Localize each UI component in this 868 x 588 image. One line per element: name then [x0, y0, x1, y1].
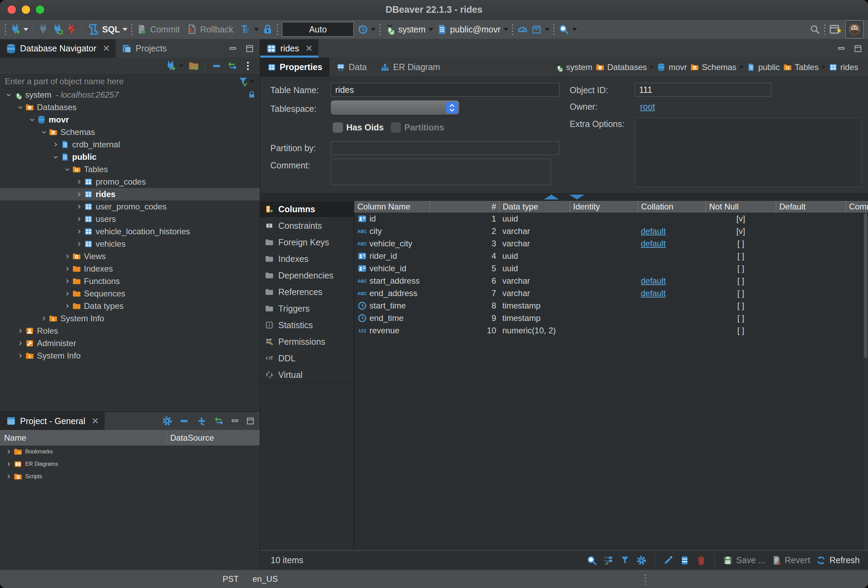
column-row-city[interactable]: ABCcity2varchardefault[v] [354, 225, 868, 237]
view-menu-icon[interactable] [242, 60, 254, 71]
transaction-log-button[interactable] [240, 24, 259, 35]
column-header-name[interactable]: Name [0, 433, 167, 443]
dashboard-gauge-icon[interactable] [517, 24, 528, 35]
lock-icon[interactable] [262, 24, 273, 35]
object-tab-dependencies[interactable]: Dependencies [260, 267, 354, 284]
tree-item-tables[interactable]: Tables [0, 163, 260, 175]
column-row-start-time[interactable]: start_time8timestamp[ ] [354, 299, 868, 312]
chevron-right-icon[interactable] [75, 240, 83, 248]
minimize-view-icon[interactable] [229, 44, 238, 53]
locale-indicator[interactable]: en_US [249, 570, 282, 588]
tree-item-system[interactable]: system - localhost:26257 [0, 89, 260, 101]
reconnect-icon[interactable] [52, 24, 63, 35]
search-icon[interactable] [586, 555, 597, 566]
refresh-button[interactable]: Refresh [815, 555, 860, 566]
new-connection-button[interactable] [165, 60, 184, 71]
minimize-view-icon[interactable] [837, 44, 846, 53]
object-tab-ddl[interactable]: TDDL [260, 350, 354, 367]
save-button[interactable]: Save ... [722, 555, 765, 566]
tree-item-system-info[interactable]: System Info [0, 349, 260, 362]
grid-header-not-null[interactable]: Not Null [706, 201, 776, 212]
user-avatar[interactable] [845, 20, 864, 39]
chevron-down-icon[interactable] [63, 166, 71, 173]
tree-item-indexes[interactable]: Indexes [0, 262, 260, 275]
breadcrumb-rides[interactable]: rides [829, 62, 858, 72]
object-tab-foreign-keys[interactable]: Foreign Keys [260, 234, 354, 251]
splitter-sash[interactable] [260, 193, 868, 201]
object-tab-triggers[interactable]: Triggers [260, 300, 354, 317]
configure-columns-icon[interactable] [603, 555, 614, 566]
tree-item-views[interactable]: Views [0, 250, 260, 262]
tree-item-data-types[interactable]: Data types [0, 300, 260, 312]
toolbar-drag-handle[interactable] [553, 24, 555, 35]
chevron-down-icon[interactable] [40, 128, 48, 136]
chevron-right-icon[interactable] [16, 340, 25, 347]
tree-item-crdb-internal[interactable]: crdb_internal [0, 139, 260, 151]
tree-item-databases[interactable]: Databases [0, 101, 260, 113]
toolbar-drag-handle[interactable] [511, 24, 514, 35]
tree-item-administer[interactable]: Administer [0, 337, 260, 349]
collapse-up-icon[interactable] [544, 195, 559, 199]
collapse-all-icon[interactable] [211, 60, 222, 71]
commit-button[interactable]: Commit [136, 24, 180, 35]
column-row-rider-id[interactable]: rider_id4uuid[ ] [354, 250, 868, 262]
tab-project-general[interactable]: Project - General ✕ [0, 412, 105, 430]
link-with-editor-icon[interactable] [213, 416, 224, 426]
tree-item-movr[interactable]: movr [0, 113, 260, 126]
expand-all-icon[interactable] [196, 416, 207, 426]
chevron-right-icon[interactable] [4, 473, 13, 480]
subtab-er-diagram[interactable]: ER Diagram [373, 57, 447, 77]
tab-projects[interactable]: Projects [116, 39, 172, 57]
has-oids-checkbox[interactable] [333, 122, 343, 133]
tree-item-public[interactable]: public [0, 151, 260, 163]
tree-item-vehicles[interactable]: vehicles [0, 238, 260, 250]
partitions-checkbox[interactable] [391, 122, 401, 133]
grid-header-column-name[interactable]: Column Name [354, 201, 430, 212]
tree-item-schemas[interactable]: Schemas [0, 126, 260, 139]
breadcrumb-databases[interactable]: Databases [596, 62, 654, 72]
tree-item-functions[interactable]: Functions [0, 275, 260, 287]
commit-mode-select[interactable]: Auto [282, 22, 354, 37]
grid-header--[interactable]: # [430, 201, 499, 212]
minimize-window-button[interactable] [22, 6, 30, 14]
owner-link[interactable]: root [640, 102, 655, 112]
chevron-right-icon[interactable] [75, 178, 83, 186]
grid-header-collation[interactable]: Collation [638, 201, 706, 212]
revert-button[interactable]: Revert [771, 555, 810, 566]
extra-options-field[interactable] [635, 118, 861, 187]
tree-item-sequences[interactable]: Sequences [0, 287, 260, 300]
close-window-button[interactable] [7, 6, 16, 14]
project-item-er-diagrams[interactable]: ER Diagrams [0, 458, 260, 470]
column-row-end-time[interactable]: end_time9timestamp[ ] [354, 312, 868, 324]
row-editor-icon[interactable] [679, 555, 690, 566]
chevron-right-icon[interactable] [16, 327, 25, 335]
close-icon[interactable]: ✕ [103, 43, 110, 54]
object-tab-virtual[interactable]: Virtual [260, 367, 354, 383]
delete-trash-icon[interactable] [696, 555, 707, 566]
toolbar-drag-handle[interactable] [379, 24, 381, 35]
tree-item-promo-codes[interactable]: promo_codes [0, 175, 260, 188]
chevron-right-icon[interactable] [63, 302, 71, 310]
chevron-down-icon[interactable] [4, 91, 13, 99]
filter-icon[interactable] [619, 555, 630, 566]
chevron-down-icon[interactable] [16, 103, 25, 111]
quick-access-search-icon[interactable] [809, 24, 820, 35]
minimize-view-icon[interactable] [231, 417, 240, 426]
comment-field[interactable] [331, 159, 551, 185]
breadcrumb-tables[interactable]: Tables [783, 62, 825, 72]
chevron-right-icon[interactable] [16, 352, 25, 360]
zoom-window-button[interactable] [36, 6, 44, 14]
column-row-vehicle-city[interactable]: ABCvehicle_city3varchardefault[ ] [354, 237, 868, 250]
chevron-right-icon[interactable] [63, 277, 71, 285]
close-icon[interactable]: ✕ [305, 43, 313, 54]
timezone-indicator[interactable]: PST [217, 570, 244, 588]
maximize-view-icon[interactable] [245, 44, 254, 53]
database-selector[interactable]: public@movr [436, 24, 508, 35]
chevron-down-icon[interactable] [28, 116, 36, 124]
column-row-revenue[interactable]: 123revenue10numeric(10, 2)[ ] [354, 324, 868, 337]
collapse-all-icon[interactable] [179, 416, 190, 426]
chevron-right-icon[interactable] [75, 215, 83, 223]
tree-item-user-promo-codes[interactable]: user_promo_codes [0, 200, 260, 213]
chevron-right-icon[interactable] [4, 448, 13, 455]
subtab-properties[interactable]: Properties [260, 57, 329, 77]
